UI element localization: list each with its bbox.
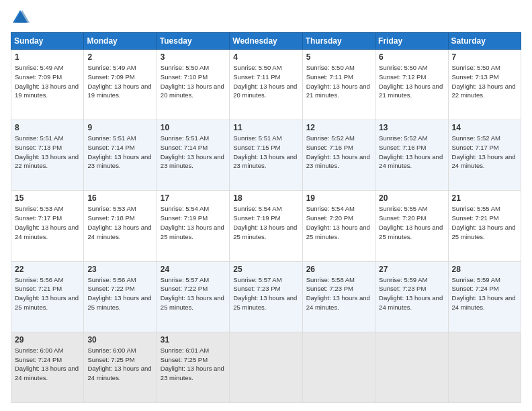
day-number: 19: [306, 193, 371, 203]
page: SundayMondayTuesdayWednesdayThursdayFrid…: [0, 0, 532, 411]
day-number: 18: [233, 193, 298, 203]
logo: [11, 8, 32, 27]
calendar-cell: [302, 332, 375, 402]
day-info: Sunrise: 5:55 AM Sunset: 7:20 PM Dayligh…: [379, 204, 444, 241]
calendar-cell: 11 Sunrise: 5:51 AM Sunset: 7:15 PM Dayl…: [230, 120, 302, 191]
day-number: 26: [306, 265, 371, 274]
calendar-cell: 18 Sunrise: 5:54 AM Sunset: 7:19 PM Dayl…: [230, 191, 302, 261]
calendar-cell: 3 Sunrise: 5:50 AM Sunset: 7:10 PM Dayli…: [157, 50, 229, 120]
day-info: Sunrise: 5:57 AM Sunset: 7:22 PM Dayligh…: [161, 275, 226, 312]
calendar-cell: 26 Sunrise: 5:58 AM Sunset: 7:23 PM Dayl…: [302, 261, 375, 332]
calendar-cell: 1 Sunrise: 5:49 AM Sunset: 7:09 PM Dayli…: [11, 50, 84, 120]
calendar-cell: 16 Sunrise: 5:53 AM Sunset: 7:18 PM Dayl…: [84, 191, 157, 261]
day-info: Sunrise: 5:49 AM Sunset: 7:09 PM Dayligh…: [15, 63, 80, 100]
day-info: Sunrise: 5:59 AM Sunset: 7:23 PM Dayligh…: [379, 275, 444, 312]
day-number: 11: [233, 123, 298, 132]
calendar-cell: 29 Sunrise: 6:00 AM Sunset: 7:24 PM Dayl…: [11, 332, 84, 402]
day-info: Sunrise: 6:01 AM Sunset: 7:25 PM Dayligh…: [161, 346, 226, 383]
day-info: Sunrise: 5:51 AM Sunset: 7:14 PM Dayligh…: [87, 134, 152, 171]
day-info: Sunrise: 5:54 AM Sunset: 7:19 PM Dayligh…: [233, 204, 298, 241]
calendar-cell: 20 Sunrise: 5:55 AM Sunset: 7:20 PM Dayl…: [375, 191, 448, 261]
column-header-monday: Monday: [84, 33, 157, 50]
calendar-cell: 10 Sunrise: 5:51 AM Sunset: 7:14 PM Dayl…: [157, 120, 229, 191]
day-number: 5: [306, 52, 371, 62]
calendar-table: SundayMondayTuesdayWednesdayThursdayFrid…: [11, 32, 521, 403]
day-info: Sunrise: 5:52 AM Sunset: 7:17 PM Dayligh…: [452, 134, 517, 171]
calendar-cell: 17 Sunrise: 5:54 AM Sunset: 7:19 PM Dayl…: [157, 191, 229, 261]
calendar-cell: 19 Sunrise: 5:54 AM Sunset: 7:20 PM Dayl…: [302, 191, 375, 261]
day-info: Sunrise: 5:57 AM Sunset: 7:23 PM Dayligh…: [233, 275, 298, 312]
calendar-cell: 24 Sunrise: 5:57 AM Sunset: 7:22 PM Dayl…: [157, 261, 229, 332]
calendar-week-row: 15 Sunrise: 5:53 AM Sunset: 7:17 PM Dayl…: [11, 191, 521, 261]
day-info: Sunrise: 5:52 AM Sunset: 7:16 PM Dayligh…: [306, 134, 371, 171]
day-number: 28: [452, 265, 517, 274]
calendar-week-row: 1 Sunrise: 5:49 AM Sunset: 7:09 PM Dayli…: [11, 50, 521, 120]
day-number: 23: [87, 265, 152, 274]
calendar-cell: 12 Sunrise: 5:52 AM Sunset: 7:16 PM Dayl…: [302, 120, 375, 191]
day-number: 31: [161, 335, 226, 345]
calendar-cell: [230, 332, 302, 402]
day-number: 9: [87, 123, 152, 132]
day-number: 30: [87, 335, 152, 345]
calendar-cell: 21 Sunrise: 5:55 AM Sunset: 7:21 PM Dayl…: [448, 191, 521, 261]
calendar-week-row: 8 Sunrise: 5:51 AM Sunset: 7:13 PM Dayli…: [11, 120, 521, 191]
day-info: Sunrise: 5:54 AM Sunset: 7:19 PM Dayligh…: [161, 204, 226, 241]
day-number: 15: [15, 193, 80, 203]
day-number: 21: [452, 193, 517, 203]
calendar-cell: 15 Sunrise: 5:53 AM Sunset: 7:17 PM Dayl…: [11, 191, 84, 261]
calendar-cell: 9 Sunrise: 5:51 AM Sunset: 7:14 PM Dayli…: [84, 120, 157, 191]
calendar-cell: 30 Sunrise: 6:00 AM Sunset: 7:25 PM Dayl…: [84, 332, 157, 402]
day-info: Sunrise: 5:53 AM Sunset: 7:18 PM Dayligh…: [87, 204, 152, 241]
day-info: Sunrise: 5:56 AM Sunset: 7:21 PM Dayligh…: [15, 275, 80, 312]
calendar-cell: 28 Sunrise: 5:59 AM Sunset: 7:24 PM Dayl…: [448, 261, 521, 332]
calendar-week-row: 22 Sunrise: 5:56 AM Sunset: 7:21 PM Dayl…: [11, 261, 521, 332]
day-info: Sunrise: 5:51 AM Sunset: 7:14 PM Dayligh…: [161, 134, 226, 171]
day-number: 16: [87, 193, 152, 203]
day-number: 20: [379, 193, 444, 203]
calendar-cell: 14 Sunrise: 5:52 AM Sunset: 7:17 PM Dayl…: [448, 120, 521, 191]
header: [11, 8, 521, 27]
day-info: Sunrise: 5:50 AM Sunset: 7:11 PM Dayligh…: [306, 63, 371, 100]
day-number: 2: [87, 52, 152, 62]
day-number: 25: [233, 265, 298, 274]
day-info: Sunrise: 5:49 AM Sunset: 7:09 PM Dayligh…: [87, 63, 152, 100]
column-header-thursday: Thursday: [302, 33, 375, 50]
day-info: Sunrise: 5:53 AM Sunset: 7:17 PM Dayligh…: [15, 204, 80, 241]
calendar-cell: 22 Sunrise: 5:56 AM Sunset: 7:21 PM Dayl…: [11, 261, 84, 332]
day-info: Sunrise: 5:52 AM Sunset: 7:16 PM Dayligh…: [379, 134, 444, 171]
day-number: 22: [15, 265, 80, 274]
calendar-cell: 23 Sunrise: 5:56 AM Sunset: 7:22 PM Dayl…: [84, 261, 157, 332]
calendar-cell: 13 Sunrise: 5:52 AM Sunset: 7:16 PM Dayl…: [375, 120, 448, 191]
calendar-cell: [448, 332, 521, 402]
day-number: 8: [15, 123, 80, 132]
day-number: 12: [306, 123, 371, 132]
calendar-cell: 31 Sunrise: 6:01 AM Sunset: 7:25 PM Dayl…: [157, 332, 229, 402]
calendar-cell: 7 Sunrise: 5:50 AM Sunset: 7:13 PM Dayli…: [448, 50, 521, 120]
logo-icon: [11, 8, 30, 27]
column-header-wednesday: Wednesday: [230, 33, 302, 50]
column-header-friday: Friday: [375, 33, 448, 50]
column-header-saturday: Saturday: [448, 33, 521, 50]
day-number: 10: [161, 123, 226, 132]
calendar-cell: 2 Sunrise: 5:49 AM Sunset: 7:09 PM Dayli…: [84, 50, 157, 120]
day-info: Sunrise: 5:56 AM Sunset: 7:22 PM Dayligh…: [87, 275, 152, 312]
day-info: Sunrise: 6:00 AM Sunset: 7:24 PM Dayligh…: [15, 346, 80, 383]
day-info: Sunrise: 5:51 AM Sunset: 7:15 PM Dayligh…: [233, 134, 298, 171]
day-number: 1: [15, 52, 80, 62]
day-info: Sunrise: 5:54 AM Sunset: 7:20 PM Dayligh…: [306, 204, 371, 241]
day-info: Sunrise: 5:51 AM Sunset: 7:13 PM Dayligh…: [15, 134, 80, 171]
column-header-sunday: Sunday: [11, 33, 84, 50]
day-info: Sunrise: 5:55 AM Sunset: 7:21 PM Dayligh…: [452, 204, 517, 241]
calendar-cell: 6 Sunrise: 5:50 AM Sunset: 7:12 PM Dayli…: [375, 50, 448, 120]
day-number: 6: [379, 52, 444, 62]
day-number: 7: [452, 52, 517, 62]
day-number: 3: [161, 52, 226, 62]
calendar-cell: [375, 332, 448, 402]
column-header-tuesday: Tuesday: [157, 33, 229, 50]
day-number: 29: [15, 335, 80, 345]
day-info: Sunrise: 5:50 AM Sunset: 7:11 PM Dayligh…: [233, 63, 298, 100]
calendar-cell: 25 Sunrise: 5:57 AM Sunset: 7:23 PM Dayl…: [230, 261, 302, 332]
day-info: Sunrise: 5:59 AM Sunset: 7:24 PM Dayligh…: [452, 275, 517, 312]
day-info: Sunrise: 5:50 AM Sunset: 7:12 PM Dayligh…: [379, 63, 444, 100]
calendar-cell: 8 Sunrise: 5:51 AM Sunset: 7:13 PM Dayli…: [11, 120, 84, 191]
